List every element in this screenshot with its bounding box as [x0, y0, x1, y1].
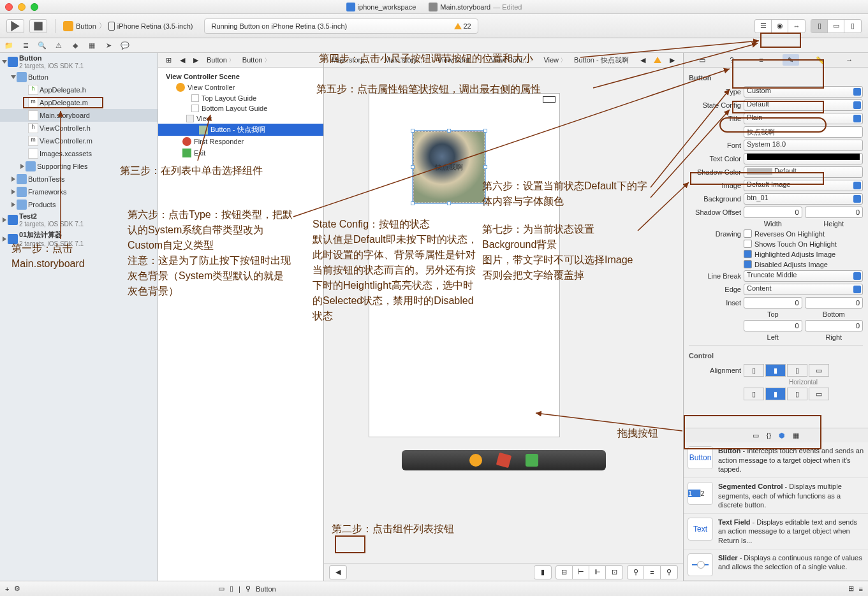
library-item-segmented[interactable]: 12 Segmented Control - Displays multiple… [684, 478, 868, 514]
file-inspector-icon[interactable]: ▭ [694, 54, 710, 66]
jump-grid-icon[interactable]: ⊞ [162, 56, 176, 64]
jump-item[interactable]: View〉 [540, 56, 570, 64]
jump-item[interactable]: View Cont...〉 [434, 56, 487, 64]
toggle-navigator-button[interactable]: ▯ [811, 20, 828, 33]
vc-row[interactable]: View Controller [158, 82, 323, 93]
group-row[interactable]: Supporting Files [0, 160, 158, 173]
file-row[interactable]: m ViewController.m [0, 134, 158, 147]
disclosure-icon[interactable] [11, 177, 15, 182]
background-select[interactable]: btn_01 [744, 193, 863, 205]
disclosure-icon[interactable] [2, 60, 7, 64]
pin-button[interactable]: ⊢ [573, 566, 589, 579]
valign-top-button[interactable]: ▯ [744, 388, 764, 400]
project-row[interactable]: 01加法计算器2 targets, iOS SDK 7.1 [0, 229, 158, 249]
any-any-button[interactable]: ▮ [534, 566, 551, 579]
group-row[interactable]: Button [0, 71, 158, 84]
type-select[interactable]: Custom [744, 86, 863, 98]
test-navigator-icon[interactable]: ◆ [70, 40, 80, 50]
font-select[interactable]: System 18.0 [744, 140, 863, 151]
exit-row[interactable]: Exit [158, 147, 323, 159]
shadow-color-select[interactable]: Default [744, 166, 863, 178]
toggle-utilities-button[interactable]: ▯ [844, 20, 861, 33]
interface-builder-canvas[interactable]: 快点我啊 [324, 68, 683, 563]
canvas-jump-bar[interactable]: Main.story...〉 Main.story...〉 View Cont.… [324, 53, 683, 68]
zoom-window-button[interactable] [31, 3, 38, 11]
inset-left-input[interactable] [744, 320, 802, 331]
align-right-button[interactable]: ▯ [787, 364, 807, 377]
jump-bar[interactable]: ⊞ ◀ ▶ Button〉 Button〉 [158, 53, 323, 68]
zoom-out-button[interactable]: ⚲ [628, 566, 644, 579]
jump-item[interactable]: Main.story...〉 [328, 56, 381, 64]
symbol-navigator-icon[interactable]: ≣ [20, 40, 31, 50]
library-item-button[interactable]: Button Button - Intercepts touch events … [684, 442, 868, 478]
layout-guide-row[interactable]: Top Layout Guide [158, 93, 323, 103]
library-item-textfield[interactable]: Text Text Field - Displays editable text… [684, 514, 868, 549]
toggle-debug-button[interactable]: ▭ [828, 20, 844, 33]
sim-3d-button[interactable] [496, 453, 511, 468]
grid-icon[interactable]: ⊞ [848, 585, 854, 593]
quick-help-icon[interactable]: ? [723, 54, 740, 66]
media-tab-icon[interactable]: ▦ [793, 432, 799, 440]
run-button[interactable] [6, 19, 24, 33]
disclosure-icon[interactable] [3, 217, 6, 222]
align-center-button[interactable]: ▮ [765, 364, 786, 377]
title-text-input[interactable] [744, 126, 863, 138]
project-row[interactable]: Button2 targets, iOS SDK 7.1 [0, 53, 158, 71]
connections-inspector-icon[interactable]: → [841, 54, 858, 66]
report-navigator-icon[interactable]: 💬 [120, 40, 130, 50]
jump-item[interactable]: Button〉 [203, 56, 239, 64]
button-row-selected[interactable]: Button - 快点我啊 [158, 124, 323, 136]
code-snippet-tab-icon[interactable]: {} [767, 432, 771, 439]
file-row[interactable]: Images.xcassets [0, 147, 158, 160]
jump-item[interactable]: Main.story...〉 [381, 56, 434, 64]
disclosure-icon[interactable] [20, 164, 24, 169]
views-button[interactable]: ▭ [218, 585, 224, 593]
group-row[interactable]: Frameworks [0, 185, 158, 198]
workspace-tab[interactable]: iphone_workspace [346, 3, 416, 11]
inset-right-input[interactable] [805, 320, 864, 331]
disclosure-icon[interactable] [11, 202, 15, 207]
shadow-height-input[interactable] [805, 207, 864, 218]
nav-forward-icon[interactable]: ▶ [666, 56, 679, 64]
zoom-fit-button[interactable]: = [644, 566, 661, 579]
library-item-slider[interactable]: Slider - Displays a continuous range of … [684, 549, 868, 581]
file-row-selected[interactable]: Main.storyboard [0, 109, 158, 122]
size-inspector-icon[interactable]: 📏 [812, 54, 828, 66]
inset-bottom-input[interactable] [805, 297, 864, 309]
list-icon[interactable]: ≡ [859, 585, 863, 593]
file-row[interactable]: m AppDelegate.m [0, 96, 158, 109]
align-fill-button[interactable]: ▭ [809, 364, 829, 377]
title-type-select[interactable]: Plain [744, 113, 863, 124]
breakpoint-navigator-icon[interactable]: ➤ [103, 40, 114, 50]
scheme-selector[interactable]: Button 〉 iPhone Retina (3.5-inch) [63, 21, 193, 31]
minimize-window-button[interactable] [18, 3, 26, 11]
issue-icon[interactable] [650, 57, 666, 63]
reverses-checkbox[interactable]: Reverses On Highlight [744, 229, 863, 238]
layout-guide-row[interactable]: Bottom Layout Guide [158, 103, 323, 113]
filter-icon[interactable]: ⚲ [246, 585, 251, 593]
assistant-editor-button[interactable]: ◉ [772, 20, 788, 33]
resolve-button[interactable]: ⊩ [589, 566, 606, 579]
highlighted-adjusts-checkbox[interactable]: Highlighted Adjusts Image [744, 250, 863, 258]
view-row[interactable]: View [158, 113, 323, 124]
file-template-tab-icon[interactable]: ▭ [753, 432, 759, 440]
scene-row[interactable]: View Controller Scene [158, 71, 323, 82]
jump-item[interactable]: Button - 快点我啊 [570, 55, 633, 65]
jump-item[interactable]: Button〉 [239, 56, 274, 64]
close-window-button[interactable] [5, 3, 13, 11]
zoom-in-button[interactable]: ⚲ [661, 566, 677, 579]
standard-editor-button[interactable]: ☰ [755, 20, 772, 33]
resize-button[interactable]: ⊡ [606, 566, 622, 579]
object-tab-icon[interactable]: ⬢ [779, 432, 785, 440]
stop-button[interactable] [29, 19, 47, 33]
jump-item[interactable]: View Cont...〉 [487, 56, 540, 64]
file-row[interactable]: h AppDelegate.h [0, 84, 158, 96]
edge-select[interactable]: Content [744, 284, 863, 295]
warning-indicator[interactable]: 22 [454, 22, 471, 30]
file-row[interactable]: h ViewController.h [0, 122, 158, 134]
debug-navigator-icon[interactable]: ▦ [87, 40, 97, 50]
add-button[interactable]: + [5, 585, 9, 593]
group-row[interactable]: ButtonTests [0, 173, 158, 185]
group-row[interactable]: Products [0, 198, 158, 211]
project-row[interactable]: Test22 targets, iOS SDK 7.1 [0, 211, 158, 229]
